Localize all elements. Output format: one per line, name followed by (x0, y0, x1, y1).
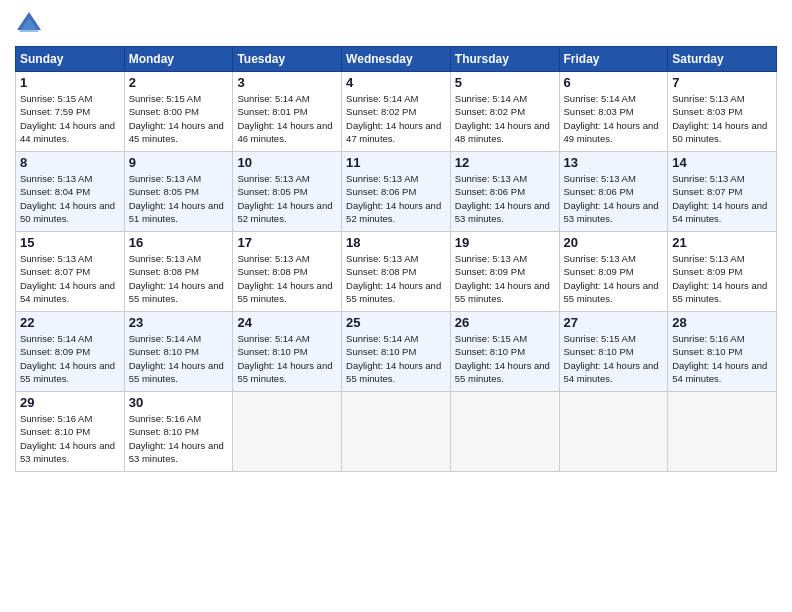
logo-icon (15, 10, 43, 38)
day-info: Sunrise: 5:13 AMSunset: 8:08 PMDaylight:… (237, 253, 332, 304)
calendar-cell (233, 392, 342, 472)
weekday-thursday: Thursday (450, 47, 559, 72)
calendar-cell: 10Sunrise: 5:13 AMSunset: 8:05 PMDayligh… (233, 152, 342, 232)
day-number: 16 (129, 235, 229, 250)
day-info: Sunrise: 5:16 AMSunset: 8:10 PMDaylight:… (672, 333, 767, 384)
day-number: 1 (20, 75, 120, 90)
day-number: 4 (346, 75, 446, 90)
calendar-week-2: 15Sunrise: 5:13 AMSunset: 8:07 PMDayligh… (16, 232, 777, 312)
day-info: Sunrise: 5:13 AMSunset: 8:05 PMDaylight:… (237, 173, 332, 224)
day-number: 17 (237, 235, 337, 250)
day-number: 10 (237, 155, 337, 170)
day-info: Sunrise: 5:15 AMSunset: 8:10 PMDaylight:… (455, 333, 550, 384)
calendar-cell: 11Sunrise: 5:13 AMSunset: 8:06 PMDayligh… (342, 152, 451, 232)
calendar-cell: 22Sunrise: 5:14 AMSunset: 8:09 PMDayligh… (16, 312, 125, 392)
day-info: Sunrise: 5:14 AMSunset: 8:09 PMDaylight:… (20, 333, 115, 384)
calendar-cell: 7Sunrise: 5:13 AMSunset: 8:03 PMDaylight… (668, 72, 777, 152)
day-number: 20 (564, 235, 664, 250)
weekday-sunday: Sunday (16, 47, 125, 72)
weekday-header-row: SundayMondayTuesdayWednesdayThursdayFrid… (16, 47, 777, 72)
day-info: Sunrise: 5:14 AMSunset: 8:03 PMDaylight:… (564, 93, 659, 144)
day-number: 7 (672, 75, 772, 90)
day-number: 11 (346, 155, 446, 170)
calendar-cell: 12Sunrise: 5:13 AMSunset: 8:06 PMDayligh… (450, 152, 559, 232)
day-info: Sunrise: 5:16 AMSunset: 8:10 PMDaylight:… (129, 413, 224, 464)
day-number: 5 (455, 75, 555, 90)
calendar-cell: 26Sunrise: 5:15 AMSunset: 8:10 PMDayligh… (450, 312, 559, 392)
calendar-week-3: 22Sunrise: 5:14 AMSunset: 8:09 PMDayligh… (16, 312, 777, 392)
calendar-cell: 9Sunrise: 5:13 AMSunset: 8:05 PMDaylight… (124, 152, 233, 232)
calendar-cell: 18Sunrise: 5:13 AMSunset: 8:08 PMDayligh… (342, 232, 451, 312)
day-number: 9 (129, 155, 229, 170)
calendar-cell: 2Sunrise: 5:15 AMSunset: 8:00 PMDaylight… (124, 72, 233, 152)
day-info: Sunrise: 5:13 AMSunset: 8:08 PMDaylight:… (129, 253, 224, 304)
day-info: Sunrise: 5:13 AMSunset: 8:09 PMDaylight:… (564, 253, 659, 304)
day-info: Sunrise: 5:14 AMSunset: 8:02 PMDaylight:… (346, 93, 441, 144)
calendar-cell: 29Sunrise: 5:16 AMSunset: 8:10 PMDayligh… (16, 392, 125, 472)
day-info: Sunrise: 5:15 AMSunset: 8:00 PMDaylight:… (129, 93, 224, 144)
day-number: 12 (455, 155, 555, 170)
day-number: 18 (346, 235, 446, 250)
day-number: 27 (564, 315, 664, 330)
calendar-week-1: 8Sunrise: 5:13 AMSunset: 8:04 PMDaylight… (16, 152, 777, 232)
calendar-table: SundayMondayTuesdayWednesdayThursdayFrid… (15, 46, 777, 472)
calendar-cell (450, 392, 559, 472)
day-info: Sunrise: 5:16 AMSunset: 8:10 PMDaylight:… (20, 413, 115, 464)
day-number: 26 (455, 315, 555, 330)
day-info: Sunrise: 5:13 AMSunset: 8:03 PMDaylight:… (672, 93, 767, 144)
calendar-cell (342, 392, 451, 472)
day-info: Sunrise: 5:15 AMSunset: 7:59 PMDaylight:… (20, 93, 115, 144)
day-info: Sunrise: 5:13 AMSunset: 8:07 PMDaylight:… (20, 253, 115, 304)
day-number: 24 (237, 315, 337, 330)
calendar-cell: 17Sunrise: 5:13 AMSunset: 8:08 PMDayligh… (233, 232, 342, 312)
calendar-cell (559, 392, 668, 472)
weekday-friday: Friday (559, 47, 668, 72)
day-number: 14 (672, 155, 772, 170)
day-info: Sunrise: 5:14 AMSunset: 8:10 PMDaylight:… (129, 333, 224, 384)
day-info: Sunrise: 5:13 AMSunset: 8:09 PMDaylight:… (672, 253, 767, 304)
day-info: Sunrise: 5:14 AMSunset: 8:10 PMDaylight:… (237, 333, 332, 384)
day-number: 19 (455, 235, 555, 250)
calendar-cell: 1Sunrise: 5:15 AMSunset: 7:59 PMDaylight… (16, 72, 125, 152)
calendar-cell: 24Sunrise: 5:14 AMSunset: 8:10 PMDayligh… (233, 312, 342, 392)
calendar-cell: 25Sunrise: 5:14 AMSunset: 8:10 PMDayligh… (342, 312, 451, 392)
logo (15, 10, 47, 38)
day-info: Sunrise: 5:13 AMSunset: 8:06 PMDaylight:… (455, 173, 550, 224)
calendar-cell: 15Sunrise: 5:13 AMSunset: 8:07 PMDayligh… (16, 232, 125, 312)
day-info: Sunrise: 5:14 AMSunset: 8:02 PMDaylight:… (455, 93, 550, 144)
weekday-monday: Monday (124, 47, 233, 72)
header (15, 10, 777, 38)
day-info: Sunrise: 5:14 AMSunset: 8:01 PMDaylight:… (237, 93, 332, 144)
day-number: 22 (20, 315, 120, 330)
day-number: 29 (20, 395, 120, 410)
weekday-saturday: Saturday (668, 47, 777, 72)
calendar-cell: 16Sunrise: 5:13 AMSunset: 8:08 PMDayligh… (124, 232, 233, 312)
day-info: Sunrise: 5:14 AMSunset: 8:10 PMDaylight:… (346, 333, 441, 384)
calendar-cell: 20Sunrise: 5:13 AMSunset: 8:09 PMDayligh… (559, 232, 668, 312)
calendar-cell: 21Sunrise: 5:13 AMSunset: 8:09 PMDayligh… (668, 232, 777, 312)
weekday-tuesday: Tuesday (233, 47, 342, 72)
day-number: 30 (129, 395, 229, 410)
day-number: 2 (129, 75, 229, 90)
calendar-cell: 23Sunrise: 5:14 AMSunset: 8:10 PMDayligh… (124, 312, 233, 392)
day-info: Sunrise: 5:13 AMSunset: 8:07 PMDaylight:… (672, 173, 767, 224)
day-info: Sunrise: 5:13 AMSunset: 8:04 PMDaylight:… (20, 173, 115, 224)
calendar-cell: 4Sunrise: 5:14 AMSunset: 8:02 PMDaylight… (342, 72, 451, 152)
calendar-cell: 3Sunrise: 5:14 AMSunset: 8:01 PMDaylight… (233, 72, 342, 152)
day-number: 3 (237, 75, 337, 90)
calendar-cell: 27Sunrise: 5:15 AMSunset: 8:10 PMDayligh… (559, 312, 668, 392)
calendar-cell: 6Sunrise: 5:14 AMSunset: 8:03 PMDaylight… (559, 72, 668, 152)
calendar-cell: 30Sunrise: 5:16 AMSunset: 8:10 PMDayligh… (124, 392, 233, 472)
calendar-cell: 5Sunrise: 5:14 AMSunset: 8:02 PMDaylight… (450, 72, 559, 152)
day-number: 28 (672, 315, 772, 330)
calendar-cell: 8Sunrise: 5:13 AMSunset: 8:04 PMDaylight… (16, 152, 125, 232)
day-number: 23 (129, 315, 229, 330)
calendar-cell (668, 392, 777, 472)
day-number: 8 (20, 155, 120, 170)
day-info: Sunrise: 5:13 AMSunset: 8:06 PMDaylight:… (564, 173, 659, 224)
day-number: 6 (564, 75, 664, 90)
day-number: 21 (672, 235, 772, 250)
calendar-cell: 13Sunrise: 5:13 AMSunset: 8:06 PMDayligh… (559, 152, 668, 232)
day-info: Sunrise: 5:13 AMSunset: 8:06 PMDaylight:… (346, 173, 441, 224)
weekday-wednesday: Wednesday (342, 47, 451, 72)
